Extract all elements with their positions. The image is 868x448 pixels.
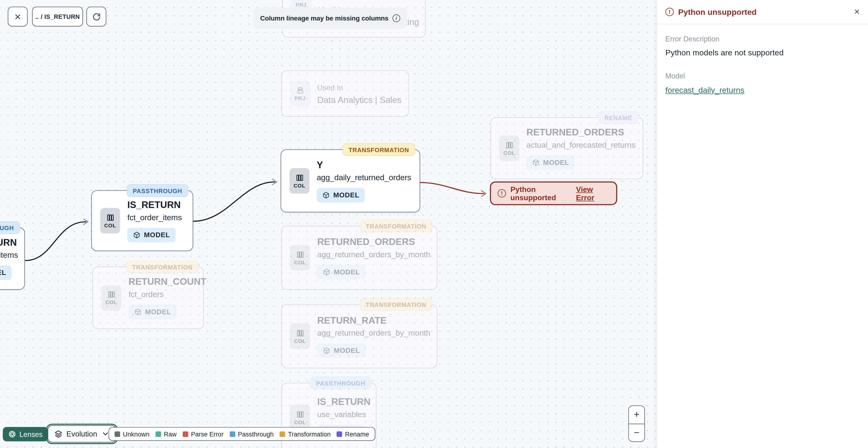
edge-y-to-error <box>420 183 484 193</box>
legend-item: Parse Error <box>183 430 223 437</box>
node-subtitle: Data Analytics | Sales <box>317 94 402 105</box>
close-icon: × <box>14 10 21 23</box>
close-lineage-button[interactable]: × <box>8 7 28 27</box>
transformation-badge: TRANSFORMATION <box>126 261 199 273</box>
transformation-badge: TRANSFORMATION <box>360 219 432 232</box>
panel-header: ! Python unsupported × <box>657 0 868 24</box>
lineage-app: PRJ Used In Data Analytics | Marketing P… <box>0 0 868 448</box>
column-icon: COL <box>290 405 310 430</box>
model-badge: MODEL <box>0 265 12 280</box>
arrowhead-icon <box>273 179 277 185</box>
node-used-in-sales[interactable]: PRJ Used In Data Analytics | Sales <box>281 70 409 117</box>
legend-swatch <box>280 431 285 437</box>
node-isreturn-fct-order-items[interactable]: PASSTHROUGH COL IS_RETURN fct_order_item… <box>91 190 193 251</box>
node-returned-orders-forecast[interactable]: RENAME COL RETURNED_ORDERS actual_and_fo… <box>491 117 643 179</box>
info-icon[interactable]: i <box>392 14 400 22</box>
passthrough-badge: PASSTHROUGH <box>0 221 20 234</box>
warning-icon: ! <box>498 189 506 198</box>
view-error-link[interactable]: View Error <box>576 185 610 201</box>
transformation-badge: TRANSFORMATION <box>360 298 432 311</box>
legend-swatch <box>115 431 120 437</box>
node-returned-orders-by-month[interactable]: TRANSFORMATION COL RETURNED_ORDERS agg_r… <box>281 226 437 290</box>
node-y-agg-daily-returned-orders[interactable]: TRANSFORMATION COL Y agg_daily_returned_… <box>281 149 420 212</box>
lens-mode-label: Evolution <box>66 430 97 438</box>
column-icon: COL <box>100 208 120 233</box>
node-title: IS_RETURN <box>127 200 181 211</box>
node-isreturn-upstream-cut[interactable]: PASSTHROUGH IS_RETURN fct_order_items MO… <box>0 227 25 290</box>
col-label: COL <box>294 419 306 425</box>
chevron-down-icon <box>101 430 109 438</box>
node-title: IS_RETURN <box>0 237 17 248</box>
col-label: COL <box>294 259 306 265</box>
node-subtitle: agg_returned_orders_by_month <box>317 249 430 260</box>
node-title: RETURN_COUNT <box>128 276 206 288</box>
panel-title: Python unsupported <box>678 7 756 17</box>
model-badge: MODEL <box>317 343 366 358</box>
column-icon: COL <box>289 168 309 193</box>
node-title: RETURNED_ORDERS <box>317 237 415 247</box>
refresh-icon <box>92 12 101 21</box>
prj-label: PRJ <box>296 1 307 7</box>
column-icon: COL <box>101 285 121 310</box>
model-badge: MODEL <box>527 155 575 170</box>
node-return-rate[interactable]: TRANSFORMATION COL RETURN_RATE agg_retur… <box>281 304 437 368</box>
lenses-label: Lenses <box>19 430 42 438</box>
model-badge: MODEL <box>127 228 176 242</box>
notice-text: Column lineage may be missing columns <box>260 14 389 22</box>
layers-icon <box>54 430 62 438</box>
error-node-label: Python unsupported <box>510 185 576 201</box>
lineage-canvas[interactable]: PRJ Used In Data Analytics | Marketing P… <box>0 0 656 448</box>
legend-swatch <box>229 431 235 437</box>
refresh-button[interactable] <box>86 7 106 27</box>
node-subtitle: agg_returned_orders_by_month <box>317 328 430 338</box>
col-label: COL <box>294 338 306 344</box>
legend-swatch <box>155 431 161 437</box>
node-title: Used In <box>317 82 343 93</box>
node-title: RETURN_RATE <box>317 315 387 326</box>
model-link[interactable]: forecast_daily_returns <box>665 86 744 95</box>
minus-icon: − <box>634 427 639 438</box>
node-return-count[interactable]: TRANSFORMATION COL RETURN_COUNT fct_orde… <box>93 267 204 329</box>
error-description-text: Python models are not supported <box>665 48 860 57</box>
lens-legend: Unknown Raw Parse Error Passthrough Tran… <box>108 427 375 441</box>
zoom-out-button[interactable]: − <box>629 424 644 441</box>
plus-icon: + <box>634 409 639 420</box>
breadcrumb[interactable]: .. / IS_RETURN <box>32 7 83 27</box>
node-title: IS_RETURN <box>317 396 371 407</box>
edge-upstream-to-isreturn <box>25 222 86 261</box>
edge-isreturn-to-y <box>193 182 275 221</box>
lens-mode-dropdown[interactable]: Evolution <box>48 425 116 443</box>
panel-close-icon[interactable]: × <box>854 7 860 17</box>
legend-item: Rename <box>337 430 369 437</box>
model-badge: MODEL <box>128 305 177 319</box>
column-icon: COL <box>499 136 519 161</box>
col-label: COL <box>104 222 116 228</box>
node-subtitle: fct_order_items <box>127 212 182 223</box>
column-icon: COL <box>290 245 310 270</box>
node-subtitle: fct_orders <box>128 289 163 300</box>
passthrough-badge: PASSTHROUGH <box>127 184 188 197</box>
transformation-badge: TRANSFORMATION <box>342 143 415 156</box>
arrowhead-icon <box>482 191 486 196</box>
warning-icon: ! <box>665 8 674 16</box>
node-subtitle: actual_and_forecasted_returns <box>527 140 636 150</box>
legend-item: Raw <box>155 430 176 437</box>
legend-swatch <box>183 431 188 437</box>
project-icon: PRJ <box>290 81 310 106</box>
model-badge: MODEL <box>317 188 365 202</box>
col-label: COL <box>293 182 305 188</box>
model-label: Model <box>665 72 860 80</box>
lenses-button[interactable]: Lenses <box>3 427 48 441</box>
node-python-unsupported-error[interactable]: ! Python unsupported View Error <box>490 181 617 205</box>
arrowhead-icon <box>84 219 88 225</box>
zoom-in-button[interactable]: + <box>629 406 644 424</box>
legend-item: Unknown <box>115 430 150 437</box>
rename-badge: RENAME <box>598 111 638 124</box>
lineage-notice: Column lineage may be missing columns i <box>254 8 407 29</box>
node-subtitle: fct_order_items <box>0 250 18 261</box>
error-detail-panel: ! Python unsupported × Error Description… <box>656 0 868 448</box>
zoom-controls: + − <box>628 406 645 442</box>
legend-item: Passthrough <box>229 430 274 437</box>
error-description-label: Error Description <box>665 35 860 43</box>
passthrough-badge: PASSTHROUGH <box>310 377 371 389</box>
